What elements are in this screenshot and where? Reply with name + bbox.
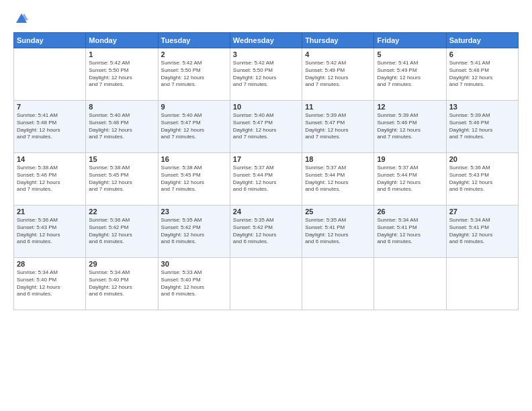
- day-number: 23: [161, 208, 227, 216]
- calendar-cell: 9Sunrise: 5:40 AM Sunset: 5:47 PM Daylig…: [158, 101, 230, 153]
- calendar-cell: 8Sunrise: 5:40 AM Sunset: 5:48 PM Daylig…: [86, 101, 158, 153]
- day-info: Sunrise: 5:33 AM Sunset: 5:40 PM Dayligh…: [161, 269, 227, 298]
- weekday-header-monday: Monday: [86, 33, 158, 48]
- calendar-table: SundayMondayTuesdayWednesdayThursdayFrid…: [13, 32, 519, 310]
- calendar-cell: 26Sunrise: 5:34 AM Sunset: 5:41 PM Dayli…: [374, 205, 446, 258]
- day-number: 12: [377, 103, 443, 111]
- day-number: 26: [377, 208, 443, 216]
- day-number: 9: [161, 103, 227, 111]
- day-number: 19: [377, 155, 443, 163]
- calendar-cell: 12Sunrise: 5:39 AM Sunset: 5:46 PM Dayli…: [374, 101, 446, 153]
- day-info: Sunrise: 5:38 AM Sunset: 5:45 PM Dayligh…: [89, 165, 154, 193]
- day-info: Sunrise: 5:37 AM Sunset: 5:44 PM Dayligh…: [233, 165, 299, 193]
- calendar-cell: 6Sunrise: 5:41 AM Sunset: 5:48 PM Daylig…: [446, 48, 518, 101]
- day-info: Sunrise: 5:40 AM Sunset: 5:47 PM Dayligh…: [233, 112, 299, 141]
- weekday-header-thursday: Thursday: [302, 33, 374, 48]
- calendar-week-row: 7Sunrise: 5:41 AM Sunset: 5:48 PM Daylig…: [14, 101, 519, 153]
- calendar-cell: 30Sunrise: 5:33 AM Sunset: 5:40 PM Dayli…: [158, 258, 230, 310]
- calendar-cell: 4Sunrise: 5:42 AM Sunset: 5:49 PM Daylig…: [302, 48, 374, 101]
- day-number: 11: [305, 103, 371, 111]
- day-info: Sunrise: 5:36 AM Sunset: 5:42 PM Dayligh…: [89, 217, 154, 246]
- calendar-cell: 23Sunrise: 5:35 AM Sunset: 5:42 PM Dayli…: [158, 205, 230, 258]
- calendar-cell: 24Sunrise: 5:35 AM Sunset: 5:42 PM Dayli…: [230, 205, 302, 258]
- calendar-cell: 25Sunrise: 5:35 AM Sunset: 5:41 PM Dayli…: [302, 205, 374, 258]
- day-number: 5: [377, 50, 443, 58]
- calendar-cell: 22Sunrise: 5:36 AM Sunset: 5:42 PM Dayli…: [86, 205, 158, 258]
- day-info: Sunrise: 5:34 AM Sunset: 5:40 PM Dayligh…: [89, 269, 154, 298]
- calendar-cell: 5Sunrise: 5:41 AM Sunset: 5:49 PM Daylig…: [374, 48, 446, 101]
- calendar-cell: 14Sunrise: 5:38 AM Sunset: 5:46 PM Dayli…: [14, 153, 86, 205]
- calendar-cell: 20Sunrise: 5:36 AM Sunset: 5:43 PM Dayli…: [446, 153, 518, 205]
- logo-icon: [15, 12, 28, 26]
- calendar-cell: 19Sunrise: 5:37 AM Sunset: 5:44 PM Dayli…: [374, 153, 446, 205]
- weekday-header-sunday: Sunday: [14, 33, 86, 48]
- day-number: 4: [305, 50, 371, 58]
- day-info: Sunrise: 5:37 AM Sunset: 5:44 PM Dayligh…: [377, 165, 443, 193]
- day-number: 29: [89, 260, 154, 268]
- day-number: 13: [449, 103, 515, 111]
- day-info: Sunrise: 5:42 AM Sunset: 5:49 PM Dayligh…: [305, 60, 371, 89]
- calendar-cell: 15Sunrise: 5:38 AM Sunset: 5:45 PM Dayli…: [86, 153, 158, 205]
- day-info: Sunrise: 5:36 AM Sunset: 5:43 PM Dayligh…: [17, 217, 83, 246]
- day-info: Sunrise: 5:35 AM Sunset: 5:42 PM Dayligh…: [161, 217, 227, 246]
- calendar-cell: [446, 258, 518, 310]
- logo: [13, 12, 28, 26]
- weekday-header-row: SundayMondayTuesdayWednesdayThursdayFrid…: [14, 33, 519, 48]
- day-number: 28: [17, 260, 83, 268]
- day-info: Sunrise: 5:42 AM Sunset: 5:50 PM Dayligh…: [89, 60, 154, 89]
- day-number: 17: [233, 155, 299, 163]
- calendar-week-row: 14Sunrise: 5:38 AM Sunset: 5:46 PM Dayli…: [14, 153, 519, 205]
- day-info: Sunrise: 5:41 AM Sunset: 5:48 PM Dayligh…: [17, 112, 83, 141]
- day-number: 1: [89, 50, 154, 58]
- weekday-header-friday: Friday: [374, 33, 446, 48]
- calendar-cell: 7Sunrise: 5:41 AM Sunset: 5:48 PM Daylig…: [14, 101, 86, 153]
- calendar-cell: 2Sunrise: 5:42 AM Sunset: 5:50 PM Daylig…: [158, 48, 230, 101]
- calendar-cell: 21Sunrise: 5:36 AM Sunset: 5:43 PM Dayli…: [14, 205, 86, 258]
- day-info: Sunrise: 5:39 AM Sunset: 5:46 PM Dayligh…: [449, 112, 515, 141]
- day-info: Sunrise: 5:34 AM Sunset: 5:40 PM Dayligh…: [17, 269, 83, 298]
- calendar-week-row: 1Sunrise: 5:42 AM Sunset: 5:50 PM Daylig…: [14, 48, 519, 101]
- calendar-week-row: 28Sunrise: 5:34 AM Sunset: 5:40 PM Dayli…: [14, 258, 519, 310]
- calendar-cell: 16Sunrise: 5:38 AM Sunset: 5:45 PM Dayli…: [158, 153, 230, 205]
- calendar-cell: [14, 48, 86, 101]
- calendar-cell: 17Sunrise: 5:37 AM Sunset: 5:44 PM Dayli…: [230, 153, 302, 205]
- calendar-cell: 3Sunrise: 5:42 AM Sunset: 5:50 PM Daylig…: [230, 48, 302, 101]
- calendar-week-row: 21Sunrise: 5:36 AM Sunset: 5:43 PM Dayli…: [14, 205, 519, 258]
- header: [13, 12, 519, 26]
- day-number: 6: [449, 50, 515, 58]
- calendar-cell: [230, 258, 302, 310]
- day-number: 10: [233, 103, 299, 111]
- day-info: Sunrise: 5:38 AM Sunset: 5:46 PM Dayligh…: [17, 165, 83, 193]
- calendar-cell: 29Sunrise: 5:34 AM Sunset: 5:40 PM Dayli…: [86, 258, 158, 310]
- weekday-header-wednesday: Wednesday: [230, 33, 302, 48]
- day-info: Sunrise: 5:42 AM Sunset: 5:50 PM Dayligh…: [161, 60, 227, 89]
- day-number: 30: [161, 260, 227, 268]
- day-info: Sunrise: 5:39 AM Sunset: 5:46 PM Dayligh…: [377, 112, 443, 141]
- day-info: Sunrise: 5:35 AM Sunset: 5:42 PM Dayligh…: [233, 217, 299, 246]
- day-number: 15: [89, 155, 154, 163]
- day-number: 22: [89, 208, 154, 216]
- day-number: 2: [161, 50, 227, 58]
- calendar-cell: 18Sunrise: 5:37 AM Sunset: 5:44 PM Dayli…: [302, 153, 374, 205]
- day-info: Sunrise: 5:41 AM Sunset: 5:48 PM Dayligh…: [449, 60, 515, 89]
- weekday-header-saturday: Saturday: [446, 33, 518, 48]
- calendar-page: SundayMondayTuesdayWednesdayThursdayFrid…: [0, 0, 532, 411]
- calendar-cell: 11Sunrise: 5:39 AM Sunset: 5:47 PM Dayli…: [302, 101, 374, 153]
- calendar-cell: [302, 258, 374, 310]
- day-number: 3: [233, 50, 299, 58]
- day-number: 25: [305, 208, 371, 216]
- day-info: Sunrise: 5:34 AM Sunset: 5:41 PM Dayligh…: [449, 217, 515, 246]
- calendar-cell: 1Sunrise: 5:42 AM Sunset: 5:50 PM Daylig…: [86, 48, 158, 101]
- day-number: 18: [305, 155, 371, 163]
- calendar-cell: 13Sunrise: 5:39 AM Sunset: 5:46 PM Dayli…: [446, 101, 518, 153]
- weekday-header-tuesday: Tuesday: [158, 33, 230, 48]
- day-number: 8: [89, 103, 154, 111]
- day-info: Sunrise: 5:36 AM Sunset: 5:43 PM Dayligh…: [449, 165, 515, 193]
- day-number: 14: [17, 155, 83, 163]
- day-info: Sunrise: 5:41 AM Sunset: 5:49 PM Dayligh…: [377, 60, 443, 89]
- day-info: Sunrise: 5:40 AM Sunset: 5:47 PM Dayligh…: [161, 112, 227, 141]
- day-info: Sunrise: 5:40 AM Sunset: 5:48 PM Dayligh…: [89, 112, 154, 141]
- day-number: 7: [17, 103, 83, 111]
- calendar-cell: 27Sunrise: 5:34 AM Sunset: 5:41 PM Dayli…: [446, 205, 518, 258]
- calendar-cell: [374, 258, 446, 310]
